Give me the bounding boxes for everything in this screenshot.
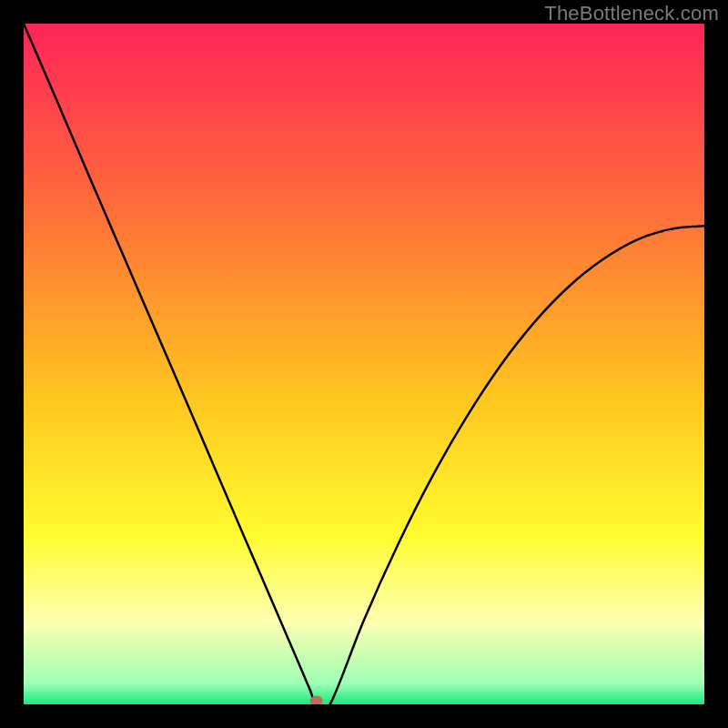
gradient-background — [24, 24, 704, 704]
plot-area — [24, 24, 704, 704]
watermark-text: TheBottleneck.com — [544, 2, 719, 25]
chart-svg — [24, 24, 704, 704]
